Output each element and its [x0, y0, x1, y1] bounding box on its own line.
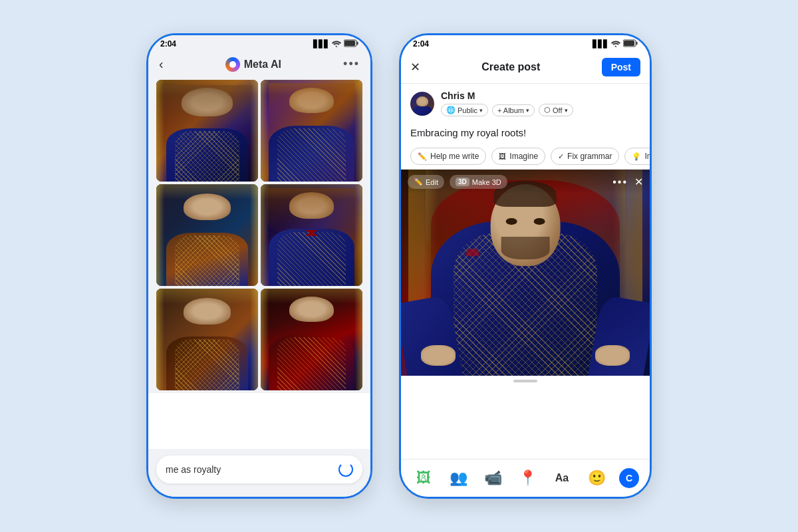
edit-icon: ✏️ — [414, 178, 423, 186]
body-5 — [166, 336, 247, 390]
body-4 — [269, 229, 354, 286]
grid-image-3[interactable] — [156, 184, 258, 286]
portrait-5 — [156, 289, 258, 390]
portrait-6 — [261, 289, 362, 390]
left-status-icons: ▋▋▋ — [313, 39, 358, 49]
album-label: + Album — [497, 106, 524, 114]
large-portrait — [401, 170, 650, 376]
make-3d-label: Make 3D — [472, 178, 501, 186]
body-3 — [166, 233, 247, 286]
refresh-icon[interactable] — [338, 462, 353, 477]
svg-rect-1 — [357, 42, 358, 45]
throne-2 — [269, 83, 354, 132]
grid-image-2[interactable] — [261, 80, 362, 182]
fix-grammar-chip[interactable]: ✓ Fix grammar — [551, 148, 619, 165]
chat-input-row: me as royalty — [156, 456, 362, 483]
make-3d-button[interactable]: 3D Make 3D — [450, 175, 507, 189]
checkmark-icon: ✓ — [558, 152, 564, 161]
body-6 — [269, 334, 354, 390]
left-time: 2:04 — [160, 39, 176, 49]
suit-pattern-1 — [175, 131, 240, 182]
grid-image-4[interactable] — [261, 184, 362, 286]
location-button[interactable]: 📍 — [515, 466, 539, 490]
right-time: 2:04 — [413, 39, 429, 49]
font-button[interactable]: Aa — [550, 466, 574, 490]
left-nav-bar: ‹ Meta AI ••• — [148, 51, 370, 77]
emoji-button[interactable]: 🙂 — [585, 466, 608, 490]
grid-image-1[interactable] — [156, 80, 258, 182]
face-5 — [184, 298, 230, 325]
people-button[interactable]: 👥 — [446, 466, 470, 490]
meta-ai-icon — [225, 57, 240, 72]
left-hand — [421, 345, 456, 366]
right-hand — [595, 345, 630, 366]
edit-button[interactable]: ✏️ Edit — [408, 175, 444, 189]
chat-input[interactable]: me as royalty — [166, 464, 338, 475]
ai-chips-bar: ✏️ Help me write 🖼 Imagine ✓ Fix grammar… — [401, 144, 650, 170]
image-grid — [148, 77, 370, 393]
more-toolbar-button[interactable]: C — [619, 468, 639, 488]
help-write-label: Help me write — [430, 152, 479, 161]
public-privacy-chip[interactable]: 🌐 Public ▾ — [441, 104, 488, 116]
right-status-bar: 2:04 ▋▋▋ — [401, 35, 650, 51]
fix-grammar-label: Fix grammar — [567, 152, 612, 161]
beard — [501, 237, 549, 259]
post-image-container: ✏️ Edit 3D Make 3D ••• ✕ — [401, 170, 650, 376]
off-chevron-icon: ▾ — [565, 107, 568, 114]
suit-pattern-2 — [277, 128, 346, 182]
imagine-label: Imagine — [509, 152, 538, 161]
globe-icon: 🌐 — [446, 106, 456, 114]
face-3 — [184, 194, 230, 220]
user-row: Chris M 🌐 Public ▾ + Album ▾ ⬡ Off ▾ — [401, 84, 650, 123]
help-me-write-chip[interactable]: ✏️ Help me write — [410, 148, 486, 165]
portrait-2 — [261, 80, 362, 182]
post-toolbar: 🖼 👥 📹 📍 Aa 🙂 C — [401, 459, 650, 497]
left-wifi-icon — [332, 40, 341, 49]
overlay-left: ✏️ Edit 3D Make 3D — [408, 175, 507, 189]
imagine-chip[interactable]: 🖼 Imagine — [491, 148, 545, 165]
avatar-body — [413, 106, 432, 116]
nav-title-area: Meta AI — [225, 57, 281, 72]
body-2 — [269, 126, 354, 182]
photo-button[interactable]: 🖼 — [412, 466, 436, 490]
right-status-icons: ▋▋▋ — [593, 39, 638, 49]
post-button[interactable]: Post — [602, 58, 640, 76]
portrait-4 — [261, 184, 362, 286]
portrait-3 — [156, 184, 258, 286]
left-eye — [506, 218, 517, 225]
scroll-handle — [513, 380, 537, 382]
more-options-button[interactable]: ••• — [343, 57, 360, 71]
image-more-button[interactable]: ••• — [612, 176, 628, 188]
suit-pattern-5 — [175, 339, 240, 390]
off-chip[interactable]: ⬡ Off ▾ — [539, 104, 573, 116]
improve-chip[interactable]: 💡 Im... — [624, 148, 650, 165]
right-wifi-icon — [611, 40, 620, 49]
image-overlay-bar: ✏️ Edit 3D Make 3D ••• ✕ — [401, 170, 650, 194]
portrait-1 — [156, 80, 258, 182]
image-sparkle-icon: 🖼 — [499, 152, 506, 160]
nav-title: Meta AI — [244, 59, 281, 70]
post-text-area[interactable]: Embracing my royal roots! — [401, 123, 650, 144]
album-chip[interactable]: + Album ▾ — [492, 104, 535, 116]
public-chevron-icon: ▾ — [479, 107, 483, 114]
avatar — [410, 92, 434, 116]
left-signal-icon: ▋▋▋ — [313, 40, 329, 49]
username: Chris M — [441, 90, 640, 101]
close-button[interactable]: ✕ — [410, 60, 420, 74]
throne-1 — [162, 85, 253, 131]
grid-image-6[interactable] — [261, 289, 362, 390]
svg-rect-2 — [344, 41, 355, 46]
face-6 — [289, 297, 334, 322]
grid-image-5[interactable] — [156, 289, 258, 390]
video-button[interactable]: 📹 — [481, 466, 505, 490]
public-label: Public — [458, 106, 477, 114]
image-close-button[interactable]: ✕ — [634, 177, 643, 188]
3d-badge: 3D — [456, 178, 469, 186]
suit-pattern-4 — [277, 232, 346, 286]
suit-pattern-3 — [175, 235, 240, 286]
back-button[interactable]: ‹ — [159, 57, 164, 72]
left-battery-icon — [344, 39, 358, 49]
meta-ai-inner — [229, 61, 236, 68]
left-status-bar: 2:04 ▋▋▋ — [148, 35, 370, 51]
chat-area: me as royalty — [148, 449, 370, 497]
